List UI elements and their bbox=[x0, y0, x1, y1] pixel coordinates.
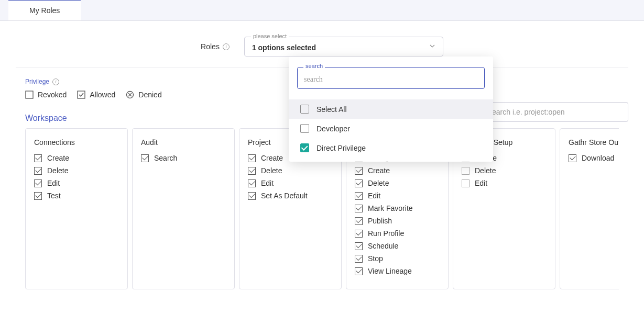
privilege-item-label: Mark Favorite bbox=[368, 204, 413, 212]
allowed-icon[interactable] bbox=[569, 154, 576, 162]
denied-icon bbox=[126, 91, 134, 99]
dropdown-search-label: search bbox=[303, 63, 325, 69]
dropdown-option-label: Developer bbox=[316, 125, 350, 133]
privilege-item-label: Create bbox=[261, 154, 283, 162]
privilege-item-label: Delete bbox=[47, 166, 68, 175]
privilege-item[interactable]: Schedule bbox=[355, 242, 440, 250]
card-title: Gathr Store Output bbox=[569, 138, 619, 147]
allowed-icon[interactable] bbox=[355, 267, 363, 275]
privilege-item[interactable]: Create bbox=[355, 166, 440, 175]
privilege-item-label: Stop bbox=[368, 254, 383, 263]
allowed-icon[interactable] bbox=[34, 192, 42, 200]
roles-floating-label: please select bbox=[251, 33, 289, 39]
allowed-icon[interactable] bbox=[355, 255, 363, 263]
privilege-item[interactable]: Mark Favorite bbox=[355, 204, 440, 212]
svg-rect-0 bbox=[26, 91, 33, 98]
revoked-icon[interactable] bbox=[462, 179, 470, 187]
roles-select[interactable]: please select 1 options selected bbox=[244, 37, 443, 57]
revoked-icon bbox=[25, 91, 34, 99]
privilege-item[interactable]: Download bbox=[569, 154, 619, 162]
dropdown-search-input[interactable] bbox=[297, 67, 485, 89]
privilege-item[interactable]: Create bbox=[34, 154, 119, 162]
privilege-item[interactable]: Test bbox=[34, 192, 119, 200]
allowed-icon[interactable] bbox=[355, 167, 363, 175]
privilege-item-label: Test bbox=[47, 192, 61, 200]
allowed-icon[interactable] bbox=[248, 179, 256, 187]
allowed-icon[interactable] bbox=[248, 192, 256, 200]
allowed-icon[interactable] bbox=[355, 205, 363, 212]
checkbox-icon[interactable] bbox=[300, 124, 309, 133]
checkbox-icon[interactable] bbox=[300, 143, 309, 152]
privilege-item-label: Create bbox=[47, 154, 69, 162]
tab-bar: My Roles bbox=[0, 0, 644, 21]
dropdown-option[interactable]: Developer bbox=[289, 119, 493, 138]
legend-allowed-label: Allowed bbox=[90, 91, 115, 99]
privilege-item-label: Delete bbox=[261, 166, 282, 175]
privilege-item[interactable]: Search bbox=[141, 154, 226, 162]
privilege-item-label: Publish bbox=[368, 217, 392, 225]
chevron-down-icon bbox=[429, 42, 435, 51]
card-title: Connections bbox=[34, 138, 119, 147]
privilege-item-label: Edit bbox=[368, 192, 380, 200]
privilege-item[interactable]: Stop bbox=[355, 254, 440, 263]
revoked-icon[interactable] bbox=[462, 167, 470, 175]
roles-label-text: Roles bbox=[201, 42, 220, 51]
privilege-item[interactable]: Set As Default bbox=[248, 192, 333, 200]
legend-allowed: Allowed bbox=[77, 91, 115, 99]
privilege-item-label: Run Profile bbox=[368, 229, 404, 238]
tab-my-roles[interactable]: My Roles bbox=[8, 0, 81, 20]
allowed-icon[interactable] bbox=[248, 167, 256, 175]
privilege-item-label: Delete bbox=[368, 179, 389, 187]
legend-revoked-label: Revoked bbox=[38, 91, 67, 99]
privilege-item-label: Create bbox=[368, 166, 390, 175]
checkbox-icon[interactable] bbox=[300, 105, 309, 114]
privilege-item-label: Delete bbox=[475, 166, 496, 175]
privilege-item-label: Schedule bbox=[368, 242, 398, 250]
svg-rect-1 bbox=[78, 91, 85, 98]
privilege-label-text: Privilege bbox=[25, 78, 49, 85]
privilege-item[interactable]: Delete bbox=[34, 166, 119, 175]
privilege-item[interactable]: Publish bbox=[355, 217, 440, 225]
privilege-item-label: View Lineage bbox=[368, 267, 412, 275]
dropdown-option-list: Select AllDeveloperDirect Privilege bbox=[289, 96, 493, 158]
privilege-item[interactable]: Edit bbox=[248, 179, 333, 187]
info-icon[interactable]: i bbox=[52, 78, 59, 85]
allowed-icon[interactable] bbox=[355, 217, 363, 225]
allowed-icon[interactable] bbox=[34, 167, 42, 175]
privilege-item[interactable]: Run Profile bbox=[355, 229, 440, 238]
allowed-icon[interactable] bbox=[355, 179, 363, 187]
dropdown-option[interactable]: Select All bbox=[289, 99, 493, 119]
privilege-item-label: Search bbox=[154, 154, 177, 162]
dropdown-option-label: Select All bbox=[316, 105, 347, 114]
allowed-icon[interactable] bbox=[355, 242, 363, 250]
dropdown-option-label: Direct Privilege bbox=[316, 144, 366, 152]
privilege-item-label: Download bbox=[582, 154, 614, 162]
privilege-item-label: Edit bbox=[475, 179, 487, 187]
privilege-item[interactable]: View Lineage bbox=[355, 267, 440, 275]
legend-revoked: Revoked bbox=[25, 91, 67, 99]
privilege-search-input[interactable] bbox=[482, 102, 628, 122]
allowed-icon[interactable] bbox=[34, 179, 42, 187]
allowed-icon bbox=[77, 91, 85, 99]
privilege-search-wrap bbox=[482, 102, 628, 122]
allowed-icon[interactable] bbox=[355, 230, 363, 238]
privilege-item[interactable]: Delete bbox=[462, 166, 547, 175]
privilege-item[interactable]: Delete bbox=[355, 179, 440, 187]
dropdown-option[interactable]: Direct Privilege bbox=[289, 138, 493, 158]
allowed-icon[interactable] bbox=[355, 192, 363, 200]
info-icon[interactable]: i bbox=[223, 43, 230, 50]
tab-label: My Roles bbox=[29, 6, 60, 15]
allowed-icon[interactable] bbox=[141, 154, 149, 162]
legend-denied: Denied bbox=[126, 91, 161, 99]
privilege-item-label: Edit bbox=[47, 179, 60, 187]
privilege-item[interactable]: Edit bbox=[34, 179, 119, 187]
roles-dropdown-panel: search Select AllDeveloperDirect Privile… bbox=[289, 57, 493, 162]
privilege-item-label: Set As Default bbox=[261, 192, 308, 200]
allowed-icon[interactable] bbox=[34, 154, 42, 162]
privilege-item[interactable]: Edit bbox=[355, 192, 440, 200]
privilege-item[interactable]: Delete bbox=[248, 166, 333, 175]
privilege-item[interactable]: Edit bbox=[462, 179, 547, 187]
allowed-icon[interactable] bbox=[248, 154, 256, 162]
privilege-card: Gathr Store OutputDownload bbox=[560, 128, 619, 289]
legend-denied-label: Denied bbox=[138, 91, 161, 99]
